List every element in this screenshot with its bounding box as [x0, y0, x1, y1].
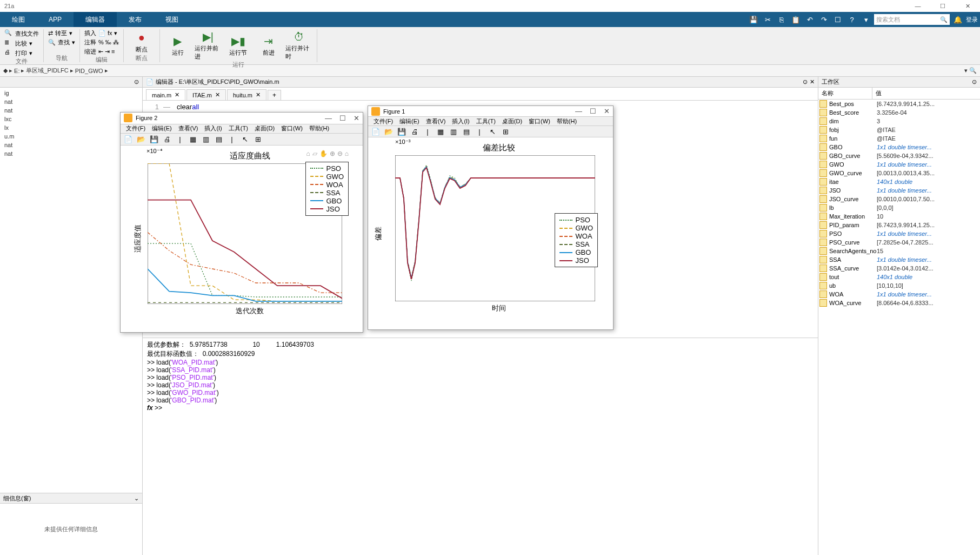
workspace-row[interactable]: Best_score3.3256e-04 [818, 108, 980, 117]
workspace-row[interactable]: SSA1x1 double timeser... [818, 255, 980, 264]
workspace-row[interactable]: JSO_curve[0.0010,0.0010,7.50... [818, 195, 980, 203]
indent-button[interactable]: 缩进 ⇤ ⇥ ≡ [84, 48, 119, 56]
pan-icon[interactable]: ✋ [319, 150, 328, 157]
datatip-icon[interactable]: ▱ [312, 150, 317, 157]
print-icon[interactable]: 🖨 [162, 134, 172, 145]
menu-desktop[interactable]: 桌面(D) [251, 124, 278, 133]
workspace-row[interactable]: JSO1x1 double timeser... [818, 186, 980, 195]
path-arrow-icon[interactable]: ◆ ▸ [3, 67, 12, 74]
layout2-icon[interactable]: ▥ [201, 134, 211, 145]
workspace-row[interactable]: PSO1x1 double timeser... [818, 229, 980, 238]
figure2-titlebar[interactable]: Figure 2 —☐✕ [121, 113, 363, 124]
workspace-row[interactable]: Max_iteration10 [818, 212, 980, 221]
fig1-close-icon[interactable]: ✕ [604, 107, 610, 115]
figure1-legend[interactable]: PSO GWO WOA SSA GBO JSO [555, 213, 598, 267]
workspace-row[interactable]: SSA_curve[3.0142e-04,3.0142... [818, 264, 980, 273]
menu-desktop[interactable]: 桌面(D) [499, 117, 525, 125]
maximize-button[interactable]: ☐ [935, 3, 951, 10]
fig2-min-icon[interactable]: — [325, 114, 332, 122]
fig2-max-icon[interactable]: ☐ [339, 114, 346, 122]
goto-button[interactable]: ⇄ 转至 ▾ [48, 29, 75, 37]
path-seg-drive[interactable]: E: [14, 68, 19, 74]
search-docs[interactable]: 搜索文档 🔍 [874, 14, 950, 25]
tab-close-icon[interactable]: ✕ [175, 91, 179, 98]
layout1-icon[interactable]: ▦ [435, 126, 446, 137]
tab-editor[interactable]: 编辑器 [74, 12, 117, 27]
run-time-button[interactable]: ⏱运行并计时 [285, 29, 312, 61]
tab-app[interactable]: APP [37, 12, 74, 27]
workspace-row[interactable]: fun@ITAE [818, 134, 980, 143]
cut-icon[interactable]: ✂ [762, 14, 774, 25]
zoomin-icon[interactable]: ⊕ [330, 150, 335, 157]
command-window[interactable]: 最优参数解： 5.978517738 10 1.106439703 最优目标函数… [143, 338, 818, 555]
run-section-button[interactable]: ▶▮运行节 [225, 29, 252, 61]
login-link[interactable]: 登录 [966, 14, 978, 25]
bell-icon[interactable]: 🔔 [952, 14, 964, 25]
tab-close-icon[interactable]: ✕ [215, 91, 220, 98]
path-seg-1[interactable]: 单区域_PIDLFC [26, 67, 68, 75]
compare-button[interactable]: ≣比较 ▾ [4, 39, 39, 48]
path-dropdown-icon[interactable]: ▾ 🔍 [964, 67, 977, 74]
workspace-row[interactable]: ub[10,10,10] [818, 281, 980, 290]
editor-tab-itae[interactable]: ITAE.m✕ [186, 89, 226, 100]
layout2-icon[interactable]: ▥ [448, 126, 459, 137]
workspace-dropdown-icon[interactable]: ⊙ [972, 78, 977, 85]
grid-icon[interactable]: ⊞ [500, 126, 511, 137]
breakpoints-button[interactable]: ● 断点 [128, 29, 155, 54]
workspace-row[interactable]: GWO_curve[0.0013,0.0013,4.35... [818, 169, 980, 177]
workspace-row[interactable]: Best_pos[6.7423,9.9914,1.25... [818, 100, 980, 108]
tab-view[interactable]: 视图 [154, 12, 190, 27]
figure1-axes[interactable]: 偏差比较 ×10⁻³ 偏差 10-1 -2-3-4 -5-6 012 34 时间 [368, 137, 613, 329]
figure1-window[interactable]: Figure 1 —☐✕ 文件(F) 编辑(E) 查看(V) 插入(I) 工具(… [368, 105, 614, 330]
menu-edit[interactable]: 编辑(E) [149, 124, 175, 133]
menu-edit[interactable]: 编辑(E) [396, 117, 423, 125]
editor-max-icon[interactable]: ⊙ [803, 78, 808, 85]
print-button[interactable]: 🖨打印 ▾ [4, 49, 39, 57]
menu-insert[interactable]: 插入(I) [449, 117, 472, 125]
editor-tab-huitu[interactable]: huitu.m✕ [227, 89, 266, 100]
menu-insert[interactable]: 插入(I) [201, 124, 225, 133]
pointer-icon[interactable]: ↖ [239, 134, 250, 145]
menu-help[interactable]: 帮助(H) [306, 124, 332, 133]
copy-icon[interactable]: ⎘ [776, 14, 788, 25]
run-advance-button[interactable]: ▶|运行并前进 [195, 29, 222, 61]
tab-publish[interactable]: 发布 [117, 12, 154, 27]
menu-file[interactable]: 文件(F) [370, 117, 396, 125]
col-name[interactable]: 名称 [818, 88, 872, 99]
comment-button[interactable]: 注释 % ‰ ⁂ [84, 38, 119, 47]
axes-toolbar[interactable]: ⌂ ▱ ✋ ⊕ ⊖ ⌂ [306, 150, 349, 157]
figure2-axes[interactable]: 适应度曲线 ×10⁻⁴ 适应度值 12108 64 246 810 迭代次数 P… [121, 146, 363, 332]
undo-icon[interactable]: ↶ [804, 14, 816, 25]
close-button[interactable]: ✕ [959, 3, 976, 10]
menu-tools[interactable]: 工具(T) [225, 124, 251, 133]
layout3-icon[interactable]: ▤ [461, 126, 472, 137]
menu-view[interactable]: 查看(V) [423, 117, 449, 125]
list-item[interactable]: ig [1, 89, 141, 97]
print-icon[interactable]: 🖨 [409, 126, 420, 137]
workspace-row[interactable]: tout140x1 double [818, 273, 980, 281]
workspace-row[interactable]: GBO1x1 double timeser... [818, 143, 980, 151]
save-icon[interactable]: 💾 [748, 14, 759, 25]
minimize-button[interactable]: — [910, 3, 926, 10]
menu-view[interactable]: 查看(V) [175, 124, 202, 133]
workspace-row[interactable]: PSO_curve[7.2825e-04,7.2825... [818, 238, 980, 247]
redo-icon[interactable]: ↷ [818, 14, 830, 25]
switch-icon[interactable]: ☐ [832, 14, 844, 25]
tab-close-icon[interactable]: ✕ [256, 91, 261, 98]
tab-add-button[interactable]: + [268, 90, 281, 100]
new-icon[interactable]: 📄 [123, 134, 134, 145]
figure1-titlebar[interactable]: Figure 1 —☐✕ [368, 106, 613, 117]
workspace-row[interactable]: PID_param[6.7423,9.9914,1.25... [818, 221, 980, 229]
open-icon[interactable]: 📂 [136, 134, 146, 145]
help-icon[interactable]: ? [846, 14, 858, 25]
brush-icon[interactable]: ⌂ [306, 150, 310, 157]
workspace-row[interactable]: GBO_curve[5.5609e-04,3.9342... [818, 151, 980, 160]
insert-button[interactable]: 插入 📄 fx ▾ [84, 29, 119, 37]
workspace-row[interactable]: fobj@ITAE [818, 125, 980, 134]
new-icon[interactable]: 📄 [370, 126, 381, 137]
fig1-max-icon[interactable]: ☐ [590, 107, 596, 115]
dropdown-icon[interactable]: ▾ [860, 14, 872, 25]
menu-file[interactable]: 文件(F) [123, 124, 149, 133]
save-icon[interactable]: 💾 [396, 126, 407, 137]
workspace-row[interactable]: dim3 [818, 117, 980, 125]
